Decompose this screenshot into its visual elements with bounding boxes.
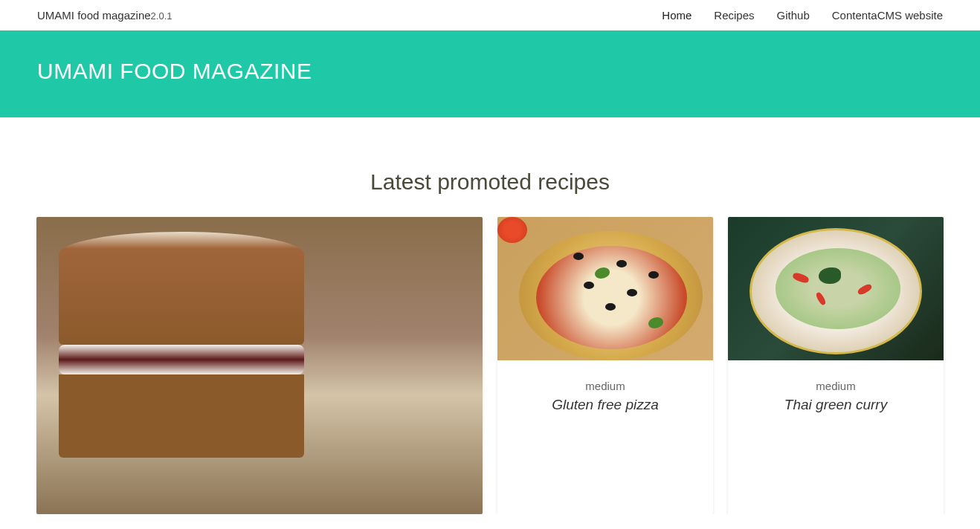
recipe-card-body: medium Thai green curry — [728, 360, 944, 432]
hero-title: UMAMI FOOD MAGAZINE — [37, 59, 943, 84]
nav-link-github[interactable]: Github — [777, 9, 810, 22]
nav-link-recipes[interactable]: Recipes — [714, 9, 754, 22]
recipe-difficulty: medium — [743, 380, 929, 392]
recipe-difficulty: medium — [512, 380, 698, 392]
section-title: Latest promoted recipes — [0, 169, 980, 195]
recipe-card-body: medium Gluten free pizza — [497, 360, 713, 432]
nav-link-contentacms[interactable]: ContentaCMS website — [832, 9, 943, 22]
recipe-cards: medium Gluten free pizza medium Thai gre… — [0, 217, 980, 514]
recipe-image — [36, 217, 483, 514]
hero-banner: UMAMI FOOD MAGAZINE — [0, 30, 980, 117]
nav-links: Home Recipes Github ContentaCMS website — [662, 9, 943, 22]
recipe-card[interactable] — [36, 217, 483, 514]
recipe-image — [497, 217, 713, 360]
brand-version: 2.0.1 — [151, 10, 173, 22]
recipe-title: Gluten free pizza — [512, 397, 698, 413]
recipe-title: Thai green curry — [743, 397, 929, 413]
nav-link-home[interactable]: Home — [662, 9, 692, 22]
brand-name: UMAMI food magazine — [37, 9, 151, 22]
recipe-image — [728, 217, 944, 360]
navbar: UMAMI food magazine 2.0.1 Home Recipes G… — [0, 0, 980, 30]
brand[interactable]: UMAMI food magazine 2.0.1 — [37, 9, 173, 22]
recipe-card[interactable]: medium Thai green curry — [728, 217, 944, 514]
recipe-card[interactable]: medium Gluten free pizza — [497, 217, 713, 514]
